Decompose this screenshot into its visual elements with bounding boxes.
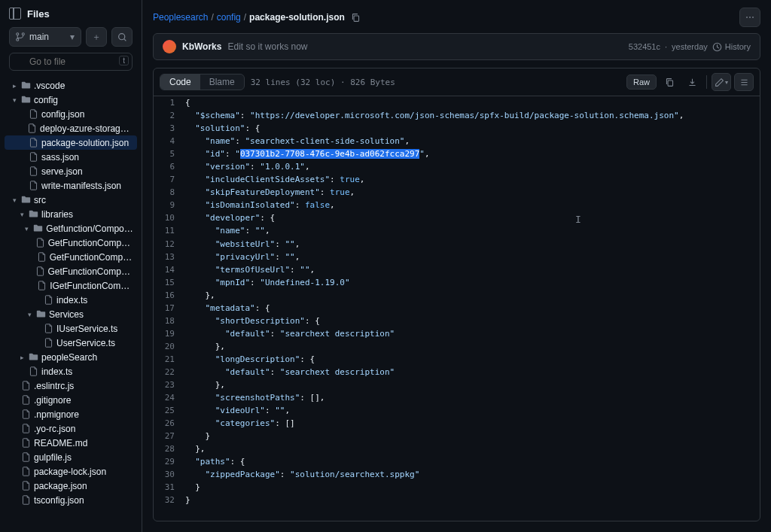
line-number[interactable]: 9 <box>154 199 185 211</box>
code-line[interactable]: 6 "version": "1.0.0.1", <box>154 160 760 173</box>
tree-folder[interactable]: ▾libraries <box>5 207 137 221</box>
commit-message[interactable]: Edit so it works now <box>227 41 307 52</box>
code-line[interactable]: 18 "shortDescription": { <box>154 315 760 327</box>
code-area[interactable]: I 1{2 "$schema": "https://developer.micr… <box>154 96 760 521</box>
code-line[interactable]: 5 "id": "037301b2-7708-476c-9e4b-ad062fc… <box>154 147 760 160</box>
line-number[interactable]: 7 <box>154 173 185 186</box>
tree-file[interactable]: IGetFunctionComponent.ts <box>5 278 137 293</box>
code-line[interactable]: 26 "categories": [] <box>154 417 760 430</box>
line-number[interactable]: 19 <box>154 327 185 340</box>
tree-file[interactable]: UserService.ts <box>5 336 137 350</box>
tree-file[interactable]: GetFunctionComponent.mo… <box>5 236 137 250</box>
code-line[interactable]: 19 "default": "searchext description" <box>154 327 760 340</box>
line-number[interactable]: 12 <box>154 238 185 251</box>
line-number[interactable]: 11 <box>154 224 185 237</box>
code-line[interactable]: 27 } <box>154 430 760 442</box>
code-line[interactable]: 4 "name": "searchext-client-side-solutio… <box>154 135 760 147</box>
code-line[interactable]: 15 "mpnId": "Undefined-1.19.0" <box>154 276 760 289</box>
line-number[interactable]: 24 <box>154 391 185 404</box>
code-line[interactable]: 32} <box>154 494 760 506</box>
tree-file[interactable]: GetFunctionComponentStat… <box>5 264 137 278</box>
code-line[interactable]: 20 }, <box>154 340 760 353</box>
line-number[interactable]: 5 <box>154 147 185 160</box>
download-raw-button[interactable] <box>682 73 702 91</box>
tree-file[interactable]: package.json <box>5 479 137 493</box>
breadcrumb-dir[interactable]: config <box>217 12 241 23</box>
tree-file[interactable]: index.ts <box>5 364 137 378</box>
tab-code[interactable]: Code <box>160 74 200 90</box>
code-line[interactable]: 21 "longDescription": { <box>154 353 760 366</box>
line-number[interactable]: 17 <box>154 302 185 315</box>
go-to-file-input[interactable] <box>9 53 133 71</box>
tree-file[interactable]: deploy-azure-storage.json <box>5 121 137 135</box>
tab-blame[interactable]: Blame <box>200 74 244 90</box>
code-line[interactable]: 17 "metadata": { <box>154 302 760 315</box>
tree-file[interactable]: tsconfig.json <box>5 493 137 507</box>
line-number[interactable]: 21 <box>154 353 185 366</box>
line-number[interactable]: 13 <box>154 251 185 263</box>
tree-file[interactable]: package-solution.json <box>5 135 137 150</box>
tree-file[interactable]: IUserService.ts <box>5 321 137 336</box>
tree-file[interactable]: index.ts <box>5 293 137 307</box>
line-number[interactable]: 31 <box>154 481 185 494</box>
tree-file[interactable]: sass.json <box>5 150 137 164</box>
line-number[interactable]: 10 <box>154 211 185 224</box>
line-number[interactable]: 3 <box>154 122 185 135</box>
line-number[interactable]: 6 <box>154 160 185 173</box>
more-options-button[interactable]: ⋯ <box>739 8 760 27</box>
code-line[interactable]: 31 } <box>154 481 760 494</box>
raw-button[interactable]: Raw <box>626 74 657 90</box>
commit-author[interactable]: KbWorks <box>182 41 221 52</box>
code-line[interactable]: 10 "developer": { <box>154 211 760 224</box>
tree-file[interactable]: .gitignore <box>5 393 137 407</box>
tree-file[interactable]: .yo-rc.json <box>5 421 137 436</box>
tree-file[interactable]: gulpfile.js <box>5 450 137 464</box>
line-number[interactable]: 18 <box>154 315 185 327</box>
code-line[interactable]: 30 "zippedPackage": "solution/searchext.… <box>154 468 760 481</box>
line-number[interactable]: 22 <box>154 366 185 378</box>
copy-path-button[interactable] <box>351 13 361 23</box>
copy-raw-button[interactable] <box>660 73 679 91</box>
code-line[interactable]: 16 }, <box>154 289 760 302</box>
code-line[interactable]: 12 "websiteUrl": "", <box>154 238 760 251</box>
line-number[interactable]: 30 <box>154 468 185 481</box>
tree-file[interactable]: write-manifests.json <box>5 178 137 193</box>
code-line[interactable]: 28 }, <box>154 442 760 455</box>
tree-file[interactable]: .npmignore <box>5 407 137 421</box>
tree-file[interactable]: package-lock.json <box>5 464 137 479</box>
code-line[interactable]: 22 "default": "searchext description" <box>154 366 760 378</box>
code-line[interactable]: 25 "videoUrl": "", <box>154 404 760 417</box>
code-line[interactable]: 9 "isDomainIsolated": false, <box>154 199 760 211</box>
edit-button[interactable]: ▾ <box>712 73 731 91</box>
tree-folder[interactable]: ▾config <box>5 93 137 107</box>
line-number[interactable]: 26 <box>154 417 185 430</box>
tree-file[interactable]: .eslintrc.js <box>5 378 137 393</box>
line-number[interactable]: 25 <box>154 404 185 417</box>
commit-hash[interactable]: 532451c <box>629 42 660 51</box>
symbols-button[interactable] <box>734 73 754 91</box>
branch-select[interactable]: main ▾ <box>9 27 81 47</box>
history-button[interactable]: History <box>712 42 751 52</box>
line-number[interactable]: 14 <box>154 263 185 276</box>
tree-file[interactable]: serve.json <box>5 164 137 178</box>
line-number[interactable]: 1 <box>154 96 185 109</box>
tree-file[interactable]: config.json <box>5 107 137 121</box>
line-number[interactable]: 27 <box>154 430 185 442</box>
code-line[interactable]: 24 "screenshotPaths": [], <box>154 391 760 404</box>
breadcrumb-repo[interactable]: Peoplesearch <box>153 12 208 23</box>
code-line[interactable]: 1{ <box>154 96 760 109</box>
line-number[interactable]: 2 <box>154 109 185 122</box>
tree-folder[interactable]: ▸.vscode <box>5 78 137 93</box>
file-tree[interactable]: ▸.vscode▾config config.json deploy-azure… <box>0 77 142 532</box>
line-number[interactable]: 28 <box>154 442 185 455</box>
tree-file[interactable]: GetFunctionComponent.tsx <box>5 250 137 264</box>
code-line[interactable]: 3 "solution": { <box>154 122 760 135</box>
tree-folder[interactable]: ▸peopleSearch <box>5 350 137 364</box>
code-line[interactable]: 11 "name": "", <box>154 224 760 237</box>
tree-folder[interactable]: ▾Getfunction/Components <box>5 221 137 236</box>
code-line[interactable]: 7 "includeClientSideAssets": true, <box>154 173 760 186</box>
line-number[interactable]: 15 <box>154 276 185 289</box>
tree-folder[interactable]: ▾Services <box>5 307 137 321</box>
add-file-button[interactable]: ＋ <box>86 27 107 47</box>
line-number[interactable]: 16 <box>154 289 185 302</box>
